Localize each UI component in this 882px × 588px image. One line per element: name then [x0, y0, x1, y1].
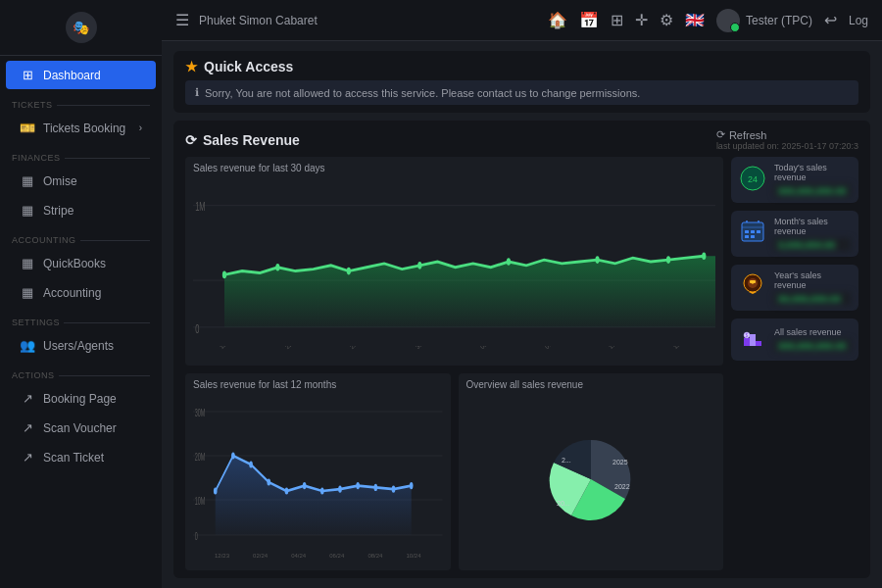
all-icon-svg: $ [740, 324, 765, 350]
user-menu[interactable]: Tester (TPC) [716, 9, 812, 32]
logout-label[interactable]: Log [849, 14, 868, 27]
month-icon-svg [740, 219, 765, 244]
svg-text:0: 0 [195, 530, 198, 543]
svg-point-12 [702, 252, 706, 260]
tickets-booking-icon: 🎫 [20, 121, 35, 135]
year-stat-info: Year's sales revenue xx,xxx,xxx.xx [774, 270, 851, 305]
sidebar-item-tickets-booking[interactable]: 🎫 Tickets Booking › [6, 114, 156, 142]
svg-point-8 [417, 262, 421, 270]
alert-text: Sorry, You are not allowed to access thi… [205, 87, 640, 99]
month-revenue-icon [739, 219, 766, 249]
info-icon: ℹ [195, 86, 199, 99]
svg-text:2025: 2025 [612, 459, 628, 466]
svg-text:$: $ [746, 332, 749, 338]
omise-icon: ▦ [20, 173, 35, 188]
today-label: Today's sales revenue [774, 163, 851, 182]
chart-12month-box: Sales revenue for last 12 months 30M 20M [185, 373, 451, 570]
quickbooks-icon: ▦ [20, 256, 35, 270]
users-icon: 👥 [20, 338, 35, 353]
svg-text:0: 0 [195, 320, 199, 335]
user-name: Tester (TPC) [746, 14, 812, 27]
svg-point-24 [267, 478, 270, 485]
sidebar-item-scan-voucher[interactable]: ↗ Scan Voucher [6, 414, 156, 442]
charts-area: Sales revenue for last 30 days 1M 0 [185, 157, 858, 570]
svg-text:1M: 1M [195, 199, 205, 214]
sidebar-item-omise[interactable]: ▦ Omise [6, 167, 156, 195]
scan-ticket-icon: ↗ [20, 450, 35, 465]
sidebar-section-finances: Finances [0, 143, 162, 166]
booking-icon: ↗ [20, 391, 35, 406]
all-value: xxx,xxx,xxx.xx [774, 339, 851, 352]
move-icon[interactable]: ✛ [635, 11, 648, 29]
today-value: xxx,xxx,xxx.xx [774, 184, 851, 197]
sidebar-section-actions: Actions [0, 361, 162, 383]
sidebar-item-stripe[interactable]: ▦ Stripe [6, 196, 156, 224]
stat-month: Month's sales revenue x,xxx,xxx.xx [731, 211, 858, 257]
svg-text:2022: 2022 [614, 483, 630, 490]
svg-rect-43 [745, 230, 749, 233]
chart-30day-svg: 1M 0 [193, 177, 715, 346]
svg-text:10M: 10M [195, 495, 206, 508]
stat-today: 24 Today's sales revenue xxx,xxx,xxx.xx [731, 157, 858, 203]
svg-rect-53 [750, 334, 756, 346]
chart-30day-area: 1M 0 [193, 177, 715, 346]
all-label: All sales revenue [774, 327, 851, 337]
svg-point-5 [222, 271, 226, 279]
sidebar-item-accounting[interactable]: ▦ Accounting [6, 278, 156, 307]
svg-rect-46 [745, 235, 749, 238]
language-flag-icon[interactable]: 🇬🇧 [685, 11, 705, 29]
sidebar-item-dashboard[interactable]: ⊞ Dashboard [6, 61, 156, 89]
sidebar-item-label: Booking Page [43, 392, 117, 406]
last-updated-text: last updated on: 2025-01-17 07:20:3 [716, 141, 858, 151]
svg-point-26 [303, 482, 307, 489]
svg-point-25 [285, 487, 289, 494]
quick-access-title: ★ Quick Access [185, 59, 858, 74]
scan-voucher-icon: ↗ [20, 420, 35, 435]
sidebar-section-settings: Settings [0, 308, 162, 330]
svg-text:30M: 30M [195, 407, 206, 419]
month-value: x,xxx,xxx.xx [774, 238, 851, 251]
svg-text:20...: 20... [557, 500, 570, 507]
year-label: Year's sales revenue [774, 270, 851, 290]
sync-icon: ⟳ [185, 132, 197, 148]
sidebar: 🎭 ⊞ Dashboard Tickets 🎫 Tickets Booking … [0, 0, 162, 588]
grid-icon[interactable]: ⊞ [611, 11, 623, 29]
all-stat-info: All sales revenue xxx,xxx,xxx.xx [774, 327, 851, 352]
topbar-icons: 🏠 📅 ⊞ ✛ ⚙ 🇬🇧 Tester (TPC) ↩ Log [548, 9, 868, 32]
sidebar-item-quickbooks[interactable]: ▦ QuickBooks [6, 249, 156, 277]
sales-header: ⟳ Sales Revenue ⟳ Refresh last updated o… [185, 128, 858, 151]
topbar: ☰ Phuket Simon Cabaret 🏠 📅 ⊞ ✛ ⚙ 🇬🇧 Test… [162, 0, 882, 41]
all-revenue-icon: $ [739, 324, 766, 355]
sidebar-section-accounting: Accounting [0, 225, 162, 248]
today-revenue-icon: 24 [739, 166, 766, 195]
sales-revenue-section: ⟳ Sales Revenue ⟳ Refresh last updated o… [173, 121, 870, 578]
refresh-button[interactable]: ⟳ Refresh [716, 128, 858, 141]
svg-point-27 [320, 487, 324, 494]
calendar-icon[interactable]: 📅 [579, 11, 599, 29]
app-logo: 🎭 [66, 12, 97, 43]
sidebar-section-tickets: Tickets [0, 90, 162, 113]
chart-12month-area: 30M 20M 10M 0 [193, 394, 443, 553]
sidebar-item-label: Accounting [43, 286, 101, 300]
sidebar-item-booking-page[interactable]: ↗ Booking Page [6, 384, 156, 413]
gear-icon[interactable]: ⚙ [660, 11, 673, 29]
sidebar-item-users-agents[interactable]: 👥 Users/Agents [6, 331, 156, 360]
chart-12month-svg: 30M 20M 10M 0 [193, 394, 443, 553]
svg-text:20M: 20M [195, 451, 206, 464]
chart-30day-box: Sales revenue for last 30 days 1M 0 [185, 157, 723, 366]
svg-point-7 [347, 268, 351, 275]
home-icon[interactable]: 🏠 [548, 11, 567, 29]
sidebar-item-scan-ticket[interactable]: ↗ Scan Ticket [6, 443, 156, 471]
sidebar-logo: 🎭 [0, 0, 162, 56]
sidebar-nav: ⊞ Dashboard Tickets 🎫 Tickets Booking › … [0, 56, 162, 588]
chart-30day-label: Sales revenue for last 30 days [193, 163, 715, 173]
svg-point-9 [507, 258, 511, 266]
logout-icon[interactable]: ↩ [824, 11, 837, 29]
svg-rect-45 [757, 230, 760, 233]
avatar [716, 9, 740, 32]
chart-12month-label: Sales revenue for last 12 months [193, 379, 443, 390]
hamburger-icon[interactable]: ☰ [175, 11, 189, 29]
chart-overview-box: Overview all sales revenue [459, 373, 724, 570]
svg-point-30 [374, 484, 378, 491]
topbar-title: Phuket Simon Cabaret [199, 14, 318, 27]
